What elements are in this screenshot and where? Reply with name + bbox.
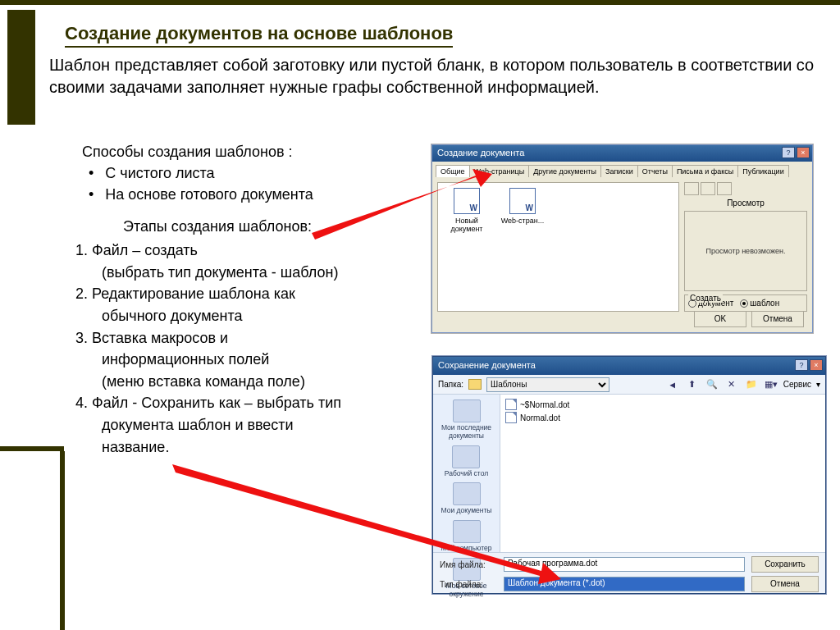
stage-line: информационных полей [75, 349, 341, 371]
dot-file-icon [505, 412, 517, 423]
back-icon[interactable]: ◄ [665, 377, 680, 392]
icon-label: Новый документ [443, 217, 491, 233]
views-icon[interactable]: ▦▾ [764, 377, 778, 392]
filetype-dropdown[interactable]: Шаблон документа (*.dot) [504, 577, 745, 591]
stage-line: (меню вставка команда поле) [75, 371, 341, 393]
stages-title: Этапы создания шаблонов: [123, 218, 312, 235]
icon-label: Web-стран... [499, 217, 546, 225]
save-button[interactable]: Сохранить [751, 556, 819, 573]
stage-line: обычного документа [75, 305, 341, 327]
filename-input[interactable]: Рабочая программа.dot [504, 557, 745, 572]
search-web-icon[interactable]: 🔍 [705, 377, 719, 392]
page-title: Создание документов на основе шаблонов [65, 23, 453, 48]
place-desktop[interactable]: Рабочий стол [445, 445, 488, 478]
cancel-button[interactable]: Отмена [751, 311, 804, 327]
view-list-icon[interactable] [701, 182, 715, 195]
dot-file-icon [505, 399, 517, 410]
new-folder-icon[interactable]: 📁 [744, 377, 759, 392]
place-my-computer[interactable]: Мой компьютер [441, 520, 492, 553]
preview-box: Просмотр невозможен. [684, 211, 807, 291]
word-doc-icon [454, 188, 480, 214]
stage-line: 1. Файл – создать [75, 240, 341, 262]
tab-memos[interactable]: Записки [600, 165, 638, 177]
close-icon[interactable]: × [810, 359, 823, 371]
tab-reports[interactable]: Отчеты [637, 165, 673, 177]
create-group: Создать документ шаблон [684, 294, 807, 312]
decor-corner-vert [60, 451, 65, 630]
dialog1-tabs: Общие Web-страницы Другие документы Запи… [432, 162, 812, 177]
ways-item: На основе готового документа [85, 184, 313, 205]
new-document-dialog: Создание документа ? × Общие Web-страниц… [431, 144, 813, 333]
stage-line: (выбрать тип документа - шаблон) [75, 262, 341, 284]
up-one-level-icon[interactable]: ⬆ [685, 377, 700, 392]
tab-general[interactable]: Общие [436, 165, 470, 177]
radio-template[interactable]: шаблон [740, 299, 779, 308]
tab-publications[interactable]: Публикации [737, 165, 788, 177]
dialog2-toolbar: Папка: Шаблоны ◄ ⬆ 🔍 ✕ 📁 ▦▾ Сервис▾ [433, 375, 825, 395]
folder-icon [468, 379, 482, 390]
decor-corner-bar [0, 446, 64, 451]
stage-line: название. [75, 436, 341, 459]
tools-menu[interactable]: Сервис [783, 380, 811, 389]
template-new-document[interactable]: Новый документ [443, 188, 491, 233]
template-icon-pane[interactable]: Новый документ Web-стран... [437, 182, 679, 312]
stages-list: 1. Файл – создать (выбрать тип документа… [75, 240, 341, 458]
template-web-page[interactable]: Web-стран... [499, 188, 546, 225]
filetype-label: Тип файла: [440, 580, 497, 589]
save-as-dialog: Сохранение документа ? × Папка: Шаблоны … [432, 356, 826, 594]
view-details-icon[interactable] [717, 182, 732, 195]
place-recent[interactable]: Мои последние документы [435, 399, 498, 441]
dialog2-title: Сохранение документа [438, 360, 536, 370]
ways-item: С чистого листа [85, 162, 313, 184]
word-doc-icon [509, 188, 536, 214]
help-icon[interactable]: ? [795, 359, 808, 371]
help-icon[interactable]: ? [782, 147, 795, 158]
tab-other-docs[interactable]: Другие документы [528, 165, 601, 177]
delete-icon[interactable]: ✕ [724, 377, 739, 392]
stage-line: документа шаблон и ввести [75, 414, 341, 436]
file-item[interactable]: Normal.dot [505, 411, 820, 424]
place-my-documents[interactable]: Мои документы [441, 482, 492, 515]
tab-letters[interactable]: Письма и факсы [672, 165, 738, 177]
dialog2-titlebar[interactable]: Сохранение документа ? × [433, 357, 825, 375]
folder-dropdown[interactable]: Шаблоны [486, 377, 609, 392]
intro-text: Шаблон представляет собой заготовку или … [49, 54, 815, 98]
ways-block: Способы создания шаблонов : С чистого ли… [82, 141, 313, 205]
filename-label: Имя файла: [440, 560, 497, 569]
file-list[interactable]: ~$Normal.dot Normal.dot [500, 395, 825, 552]
ways-title: Способы создания шаблонов : [82, 141, 313, 162]
places-bar: Мои последние документы Рабочий стол Мои… [433, 395, 500, 552]
dialog1-title: Создание документа [437, 148, 524, 158]
file-item[interactable]: ~$Normal.dot [505, 398, 820, 411]
close-icon[interactable]: × [797, 147, 810, 158]
folder-label: Папка: [438, 380, 463, 389]
stage-line: 2. Редактирование шаблона как [75, 283, 341, 305]
stage-line: 4. Файл - Сохранить как – выбрать тип [75, 392, 341, 414]
dialog1-titlebar[interactable]: Создание документа ? × [432, 145, 812, 162]
view-large-icons-icon[interactable] [684, 182, 699, 195]
tab-webpages[interactable]: Web-страницы [469, 165, 530, 177]
preview-label: Просмотр [684, 199, 807, 208]
preview-panel: Просмотр Просмотр невозможен. Создать до… [684, 182, 807, 312]
decor-left-rail [0, 10, 43, 162]
ok-button[interactable]: OK [694, 311, 746, 327]
stage-line: 3. Вставка макросов и [75, 327, 341, 349]
cancel-button[interactable]: Отмена [751, 576, 819, 592]
